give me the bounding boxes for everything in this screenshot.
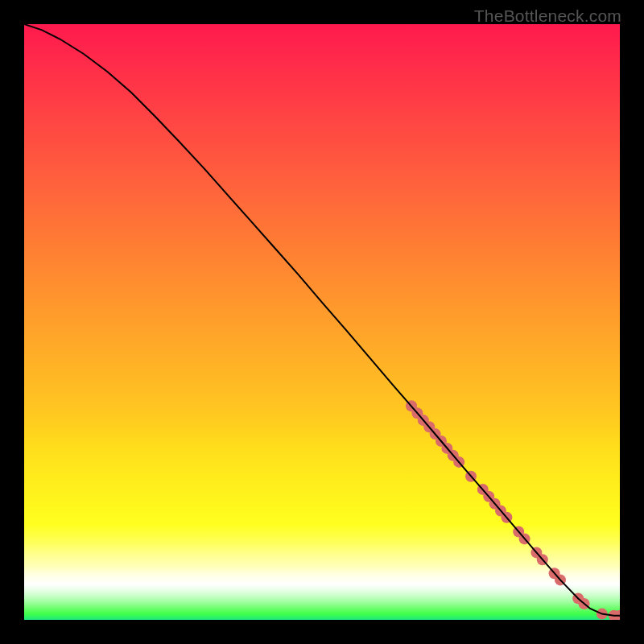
watermark-text: TheBottleneck.com	[474, 6, 621, 26]
plot-area	[24, 24, 620, 620]
highlight-markers	[406, 400, 620, 620]
curve-line	[24, 24, 620, 616]
plot-svg	[24, 24, 620, 620]
chart-frame: TheBottleneck.com	[0, 0, 644, 644]
